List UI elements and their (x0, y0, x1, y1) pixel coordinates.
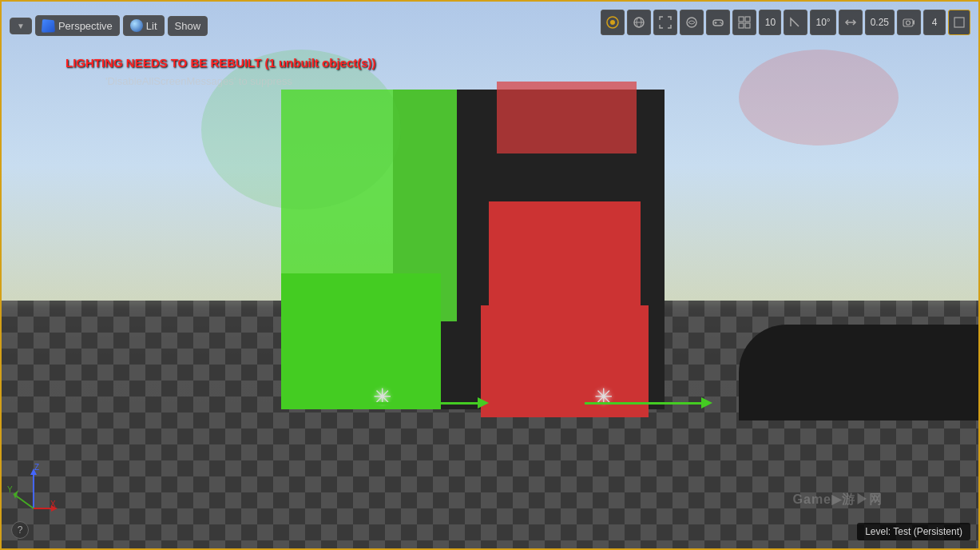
svg-point-9 (720, 22, 722, 23)
green-lower-block (281, 273, 441, 409)
lit-icon (130, 19, 143, 32)
arrow-right (585, 397, 712, 409)
rotation-snap-button[interactable]: 10° (810, 10, 835, 35)
camera-speed-label: 4 (932, 17, 938, 28)
restore-button[interactable] (948, 10, 970, 35)
svg-rect-12 (745, 17, 750, 22)
move-snap-label: 0.25 (871, 17, 889, 28)
angle-icon (789, 16, 802, 29)
svg-rect-16 (903, 19, 913, 26)
svg-point-18 (907, 21, 911, 25)
svg-text:Y: Y (7, 485, 13, 494)
angle-icon-button[interactable] (784, 10, 807, 35)
show-label: Show (175, 20, 201, 32)
red-light-haze (739, 50, 899, 145)
bookmark-icon (606, 16, 619, 29)
axis-widget: Z Y X (6, 460, 61, 516)
grid-button[interactable] (732, 10, 756, 35)
svg-rect-14 (745, 23, 750, 28)
svg-text:X: X (50, 500, 56, 508)
lit-label: Lit (146, 20, 157, 32)
view-dropdown-button[interactable]: ▼ (10, 18, 32, 34)
lighting-warning: LIGHTING NEEDS TO BE REBUILT (1 unbuilt … (65, 56, 376, 70)
level-info: Level: Test (Persistent) (857, 523, 970, 540)
grid-size-label: 10 (765, 17, 776, 28)
move-icon (844, 16, 857, 29)
world-icon (685, 16, 698, 29)
red-top-block (497, 82, 637, 153)
lit-button[interactable]: Lit (123, 15, 165, 36)
expand-icon (659, 16, 672, 29)
gamepad-icon (712, 16, 724, 29)
suppress-hint: 'DisableAllScreenMessages' to suppress (105, 75, 292, 87)
perspective-label: Perspective (58, 20, 113, 32)
svg-point-1 (610, 20, 615, 25)
move-icon-button[interactable] (839, 10, 863, 35)
world-settings-button[interactable] (680, 10, 704, 35)
svg-line-23 (14, 494, 34, 508)
globe-icon (633, 16, 645, 29)
restore-icon (954, 17, 965, 28)
toolbar: ▼ Perspective Lit Show (2, 2, 978, 50)
move-snap-button[interactable]: 0.25 (865, 10, 895, 35)
svg-rect-13 (739, 23, 744, 28)
green-light-haze (201, 50, 401, 209)
viewport: ✳ ✳ LIGHTING NEEDS TO BE REBUILT (1 unbu… (0, 0, 980, 550)
watermark: Game▶游▶网 (793, 492, 883, 508)
svg-rect-11 (739, 17, 744, 22)
help-button[interactable]: ? (11, 521, 29, 539)
bookmark-button[interactable] (601, 10, 625, 35)
arrow-right-head (701, 397, 712, 409)
arrow-left-line (361, 402, 478, 405)
arrow-left-head (478, 397, 489, 409)
show-button[interactable]: Show (168, 16, 208, 36)
camera-icon (903, 16, 915, 29)
svg-text:Z: Z (34, 463, 39, 472)
dropdown-arrow-icon: ▼ (17, 22, 25, 30)
arrow-right-line (585, 402, 701, 405)
toolbar-left: ▼ Perspective Lit Show (10, 15, 208, 36)
controller-button[interactable] (706, 10, 730, 35)
svg-rect-19 (954, 18, 964, 27)
arrow-left (361, 397, 489, 409)
platform-right (739, 325, 978, 420)
perspective-icon (42, 19, 55, 33)
toolbar-right: 10 10° 0.25 (601, 10, 970, 35)
maximize-button[interactable] (653, 10, 677, 35)
grid-icon (738, 16, 751, 29)
camera-icon-button[interactable] (897, 10, 921, 35)
perspective-button[interactable]: Perspective (35, 15, 120, 36)
grid-size-button[interactable]: 10 (759, 10, 781, 35)
camera-speed-button[interactable]: 4 (923, 10, 946, 35)
viewport-options-button[interactable] (627, 10, 651, 35)
svg-point-10 (721, 22, 723, 24)
rotation-snap-label: 10° (815, 17, 830, 28)
